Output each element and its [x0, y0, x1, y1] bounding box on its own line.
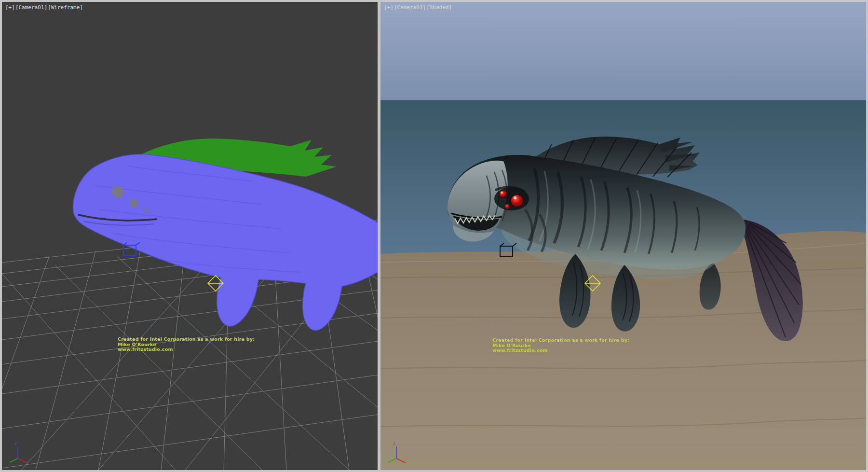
world-axis-tripod: z — [5, 438, 34, 467]
watermark-line-3: www.fritzstudio.com — [118, 347, 255, 352]
viewport-label: [+][Camera01][Shaded] — [384, 4, 452, 11]
watermark-line-1: Created for Intel Corporation as a work … — [118, 337, 255, 342]
viewport-camera-label[interactable]: [Camera01] — [394, 4, 426, 11]
viewport-label: [+][Camera01][Wireframe] — [5, 4, 83, 11]
viewport-overlays-right — [380, 2, 866, 470]
transform-gizmo[interactable] — [208, 276, 223, 291]
viewport-menu-button[interactable]: [+] — [384, 4, 393, 11]
viewport-shading-mode-label[interactable]: [Wireframe] — [48, 4, 83, 11]
viewport-area: [+][Camera01][Wireframe] — [0, 0, 868, 472]
watermark-text: Created for Intel Corporation as a work … — [118, 337, 255, 352]
watermark-line-1: Created for Intel Corporation as a work … — [492, 338, 629, 343]
transform-gizmo[interactable] — [585, 276, 600, 291]
viewport-camera-label[interactable]: [Camera01] — [15, 4, 47, 11]
axis-z-label: z — [14, 441, 17, 446]
viewport-menu-button[interactable]: [+] — [5, 4, 15, 11]
axis-y-line — [10, 458, 18, 462]
dummy-helper-box[interactable] — [500, 243, 516, 257]
axis-y-line — [388, 458, 396, 462]
watermark-line-3: www.fritzstudio.com — [492, 348, 629, 353]
axis-z-label: z — [393, 441, 395, 446]
axis-x-line — [396, 458, 406, 463]
viewport-camera01-wireframe[interactable]: [+][Camera01][Wireframe] — [2, 2, 378, 470]
watermark-text: Created for Intel Corporation as a work … — [492, 338, 629, 353]
dummy-helper-box[interactable] — [123, 242, 140, 256]
world-axis-tripod: z — [383, 438, 412, 467]
viewport-overlays-left — [2, 2, 378, 470]
viewport-camera01-shaded[interactable]: [+][Camera01][Shaded] — [380, 2, 866, 470]
axis-x-line — [18, 458, 27, 463]
viewport-shading-mode-label[interactable]: [Shaded] — [426, 4, 452, 11]
